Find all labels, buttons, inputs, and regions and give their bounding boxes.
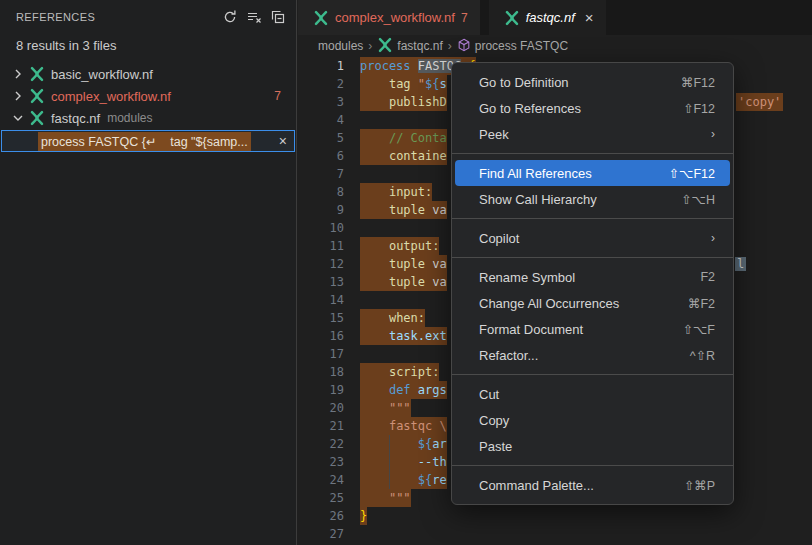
reference-result-item[interactable]: process FASTQC {↵ tag "${samp...× [1,130,295,152]
references-sidebar: REFERENCES 8 results in 3 files basic_wo… [0,0,297,545]
menu-item-label: Refactor... [479,348,538,363]
tree-item-complex_workflow.nf[interactable]: complex_workflow.nf7 [0,85,296,107]
menu-item-label: Go to References [479,101,581,116]
menu-separator [452,257,733,258]
nextflow-icon [29,66,45,82]
vscode-window: REFERENCES 8 results in 3 files basic_wo… [0,0,812,545]
menu-item-refactor[interactable]: Refactor...^⇧R [455,342,730,368]
line-number: 11 [298,237,344,255]
menu-separator [452,374,733,375]
file-name: basic_workflow.nf [51,67,153,82]
refresh-button[interactable] [218,5,242,29]
menu-item-command-palette[interactable]: Command Palette...⇧⌘P [455,472,730,498]
submenu-arrow-icon: › [711,127,715,141]
menu-item-cut[interactable]: Cut [455,381,730,407]
collapse-all-icon [270,9,286,25]
chevron-right-icon[interactable] [10,66,26,82]
dismiss-result-icon[interactable]: × [279,133,287,149]
tab-label: complex_workflow.nf [335,10,455,25]
results-summary: 8 results in 3 files [0,34,296,63]
menu-item-copy[interactable]: Copy [455,407,730,433]
menu-item-shortcut: ⇧⌥H [681,192,715,207]
menu-item-label: Rename Symbol [479,270,575,285]
menu-item-peek[interactable]: Peek› [455,121,730,147]
line-number: 1 [298,57,344,75]
breadcrumb-segment-fastqc.nf[interactable]: fastqc.nf [377,37,442,56]
breadcrumb: modules›fastqc.nf›process FASTQC [298,35,812,57]
line-number: 3 [298,93,344,111]
menu-item-shortcut: ⇧⌥F12 [669,166,715,181]
line-number: 22 [298,435,344,453]
menu-item-find-all-references[interactable]: Find All References⇧⌥F12 [455,160,730,186]
menu-item-shortcut: ⇧⌘P [684,478,715,493]
code-fragment: l [735,255,746,273]
symbol-package-icon [457,38,471,55]
menu-item-shortcut: ⌘F12 [681,75,715,90]
file-description: modules [107,111,152,125]
nextflow-icon [377,37,393,56]
menu-item-shortcut: F2 [700,270,715,284]
file-name: fastqc.nf [51,111,100,126]
tab-label: fastqc.nf [526,10,575,25]
breadcrumb-label: fastqc.nf [397,39,442,53]
line-number: 25 [298,489,344,507]
tab-complex_workflow.nf[interactable]: complex_workflow.nf7 [298,0,480,35]
references-toolbar [218,5,290,29]
menu-separator [452,218,733,219]
breadcrumb-separator: › [368,39,372,53]
menu-item-label: Go to Definition [479,75,569,90]
menu-item-format-document[interactable]: Format Document⇧⌥F [455,316,730,342]
menu-item-label: Copilot [479,231,519,246]
line-number: 21 [298,417,344,435]
line-number: 9 [298,201,344,219]
line-number: 6 [298,147,344,165]
menu-item-shortcut: ⇧⌥F [682,322,715,337]
menu-item-rename-symbol[interactable]: Rename SymbolF2 [455,264,730,290]
menu-item-shortcut: ^⇧R [690,348,715,363]
tab-fastqc.nf[interactable]: fastqc.nf× [489,0,606,35]
line-number: 13 [298,273,344,291]
menu-separator [452,153,733,154]
menu-item-copilot[interactable]: Copilot› [455,225,730,251]
collapse-all-button[interactable] [266,5,290,29]
chevron-down-icon[interactable] [10,110,26,126]
menu-item-show-call-hierarchy[interactable]: Show Call Hierarchy⇧⌥H [455,186,730,212]
indent-guide [389,435,390,489]
breadcrumb-separator: › [448,39,452,53]
tree-item-basic_workflow.nf[interactable]: basic_workflow.nf [0,63,296,85]
nextflow-icon [313,10,329,26]
chevron-right-icon[interactable] [10,88,26,104]
code-line [360,525,812,543]
result-count-badge: 7 [274,89,281,103]
breadcrumb-label: process FASTQC [475,39,568,53]
menu-item-label: Paste [479,439,512,454]
tree-item-fastqc.nf[interactable]: fastqc.nfmodules [0,107,296,129]
editor-context-menu: Go to Definition⌘F12Go to References⇧F12… [451,62,734,505]
close-tab-icon[interactable]: × [585,9,594,26]
line-number: 8 [298,183,344,201]
line-number: 23 [298,453,344,471]
tab-problem-badge: 7 [461,11,468,25]
nextflow-icon [29,88,45,104]
menu-item-shortcut: ⌘F2 [688,296,715,311]
line-number: 20 [298,399,344,417]
menu-item-paste[interactable]: Paste [455,433,730,459]
line-number: 2 [298,75,344,93]
editor-tabbar: complex_workflow.nf7fastqc.nf× [298,0,812,35]
menu-item-go-to-references[interactable]: Go to References⇧F12 [455,95,730,121]
menu-item-change-all-occurrences[interactable]: Change All Occurrences⌘F2 [455,290,730,316]
code-line: } [360,507,812,525]
menu-item-label: Cut [479,387,499,402]
clear-results-button[interactable] [242,5,266,29]
clear-results-icon [246,9,262,25]
line-number: 14 [298,291,344,309]
menu-item-label: Command Palette... [479,478,594,493]
menu-item-go-to-definition[interactable]: Go to Definition⌘F12 [455,69,730,95]
breadcrumb-segment-modules[interactable]: modules [318,39,363,53]
line-number: 15 [298,309,344,327]
line-number: 27 [298,525,344,543]
line-number: 4 [298,111,344,129]
line-number: 7 [298,165,344,183]
line-number: 17 [298,345,344,363]
breadcrumb-segment-process-fastqc[interactable]: process FASTQC [457,38,568,55]
